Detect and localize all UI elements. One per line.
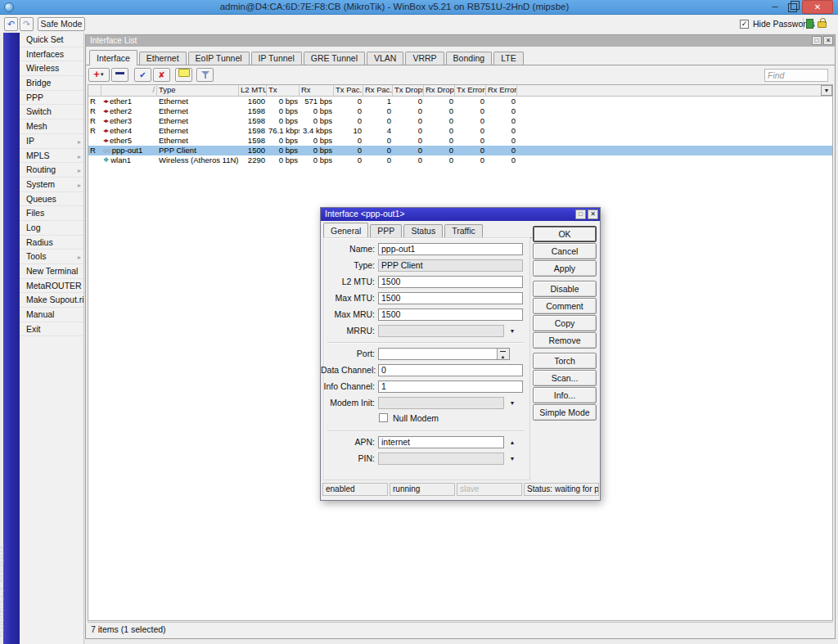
modem-init-field[interactable]: [378, 397, 504, 409]
info-button[interactable]: Info...: [533, 387, 597, 403]
column-header-tx-errors[interactable]: Tx Errors: [455, 85, 486, 96]
table-row-ether2[interactable]: R◂▸ether2Ethernet15980 bps0 bps000000: [88, 106, 832, 116]
sidebar-item-manual[interactable]: Manual: [20, 308, 83, 322]
sidebar-item-bridge[interactable]: Bridge: [20, 76, 83, 91]
sidebar-item-metarouter[interactable]: MetaROUTER: [20, 279, 83, 294]
chevron-down-icon[interactable]: ▼: [507, 325, 518, 337]
sidebar-item-mesh[interactable]: Mesh: [20, 119, 83, 134]
minimize-button[interactable]: –: [769, 1, 781, 13]
tab-interface[interactable]: Interface: [89, 50, 137, 65]
null-modem-checkbox[interactable]: [379, 413, 388, 422]
cancel-button[interactable]: Cancel: [533, 243, 597, 259]
tab-lte[interactable]: LTE: [493, 52, 523, 65]
sidebar-item-queues[interactable]: Queues: [20, 192, 83, 207]
chevron-down-icon[interactable]: ▼: [507, 397, 518, 409]
sidebar-item-mpls[interactable]: MPLS▸: [20, 149, 83, 164]
add-interface-button[interactable]: +▼: [88, 68, 110, 82]
torch-button[interactable]: Torch: [533, 353, 597, 369]
l2-mtu-field[interactable]: 1500: [378, 276, 523, 288]
sidebar-item-interfaces[interactable]: Interfaces: [20, 47, 83, 62]
find-input[interactable]: [764, 69, 828, 82]
sidebar-item-ip[interactable]: IP▸: [20, 134, 83, 149]
table-row-ether1[interactable]: R◂▸ether1Ethernet16000 bps571 bps010000: [88, 97, 832, 106]
sidebar-item-exit[interactable]: Exit: [20, 322, 83, 337]
column-dropdown-button[interactable]: ▼: [821, 85, 832, 96]
maximize-button[interactable]: [788, 3, 797, 12]
maximize-button[interactable]: □: [575, 209, 586, 219]
table-row-ether4[interactable]: R◂▸ether4Ethernet159876.1 kbps3.4 kbps10…: [88, 126, 832, 136]
sidebar-item-new-terminal[interactable]: New Terminal: [20, 264, 83, 279]
chevron-up-icon[interactable]: ▲: [507, 436, 518, 448]
sidebar-item-wireless[interactable]: Wireless: [20, 61, 83, 76]
sidebar-item-quick-set[interactable]: Quick Set: [20, 33, 83, 47]
dialog-tab-status[interactable]: Status: [403, 224, 443, 237]
tab-ip-tunnel[interactable]: IP Tunnel: [251, 52, 302, 65]
column-header-type[interactable]: Type: [157, 85, 239, 96]
column-header-blank[interactable]: [88, 85, 101, 96]
column-header-rx[interactable]: Rx: [300, 85, 334, 96]
info-channel-field[interactable]: 1: [378, 381, 523, 393]
redo-button[interactable]: ↷: [20, 17, 34, 31]
column-header-tx-drops[interactable]: Tx Drops: [393, 85, 424, 96]
data-channel-field[interactable]: 0: [378, 364, 523, 376]
port-select-button[interactable]: [497, 349, 509, 359]
hide-passwords-checkbox[interactable]: ✓: [740, 20, 749, 29]
type-field[interactable]: PPP Client: [378, 259, 523, 272]
sidebar-item-routing[interactable]: Routing▸: [20, 163, 83, 178]
enable-button[interactable]: ✔: [134, 68, 151, 82]
port-field[interactable]: [378, 348, 510, 360]
undo-button[interactable]: ↶: [4, 17, 18, 31]
dialog-tab-traffic[interactable]: Traffic: [444, 224, 483, 237]
disable-button[interactable]: Disable: [533, 281, 597, 297]
column-header-rx-pac[interactable]: Rx Pac...: [363, 85, 393, 96]
sidebar-item-tools[interactable]: Tools▸: [20, 250, 83, 264]
column-header-l2-mtu[interactable]: L2 MTU: [239, 85, 267, 96]
dialog-tab-general[interactable]: General: [323, 223, 368, 238]
max-mru-field[interactable]: 1500: [378, 308, 523, 321]
table-row-wlan1[interactable]: ❖wlan1Wireless (Atheros 11N)22900 bps0 b…: [88, 155, 832, 165]
sidebar-item-files[interactable]: Files: [20, 206, 83, 221]
name-field[interactable]: ppp-out1: [378, 243, 523, 255]
sidebar-item-ppp[interactable]: PPP: [20, 91, 83, 106]
column-header-tx[interactable]: Tx: [267, 85, 300, 96]
disable-button[interactable]: ✘: [153, 68, 170, 82]
table-row-ether5[interactable]: ◂▸ether5Ethernet15980 bps0 bps000000: [88, 136, 832, 146]
apn-field[interactable]: internet: [378, 436, 504, 448]
max-mtu-field[interactable]: 1500: [378, 292, 523, 304]
close-icon[interactable]: ✕: [823, 36, 833, 45]
comment-button[interactable]: Comment: [533, 298, 597, 314]
apply-button[interactable]: Apply: [533, 260, 597, 277]
sidebar-item-system[interactable]: System▸: [20, 178, 83, 192]
scan-button[interactable]: Scan...: [533, 370, 597, 386]
column-header-tx-pac[interactable]: Tx Pac...: [334, 85, 363, 96]
sidebar-item-radius[interactable]: Radius: [20, 236, 83, 250]
tab-eoip-tunnel[interactable]: EoIP Tunnel: [188, 52, 250, 65]
chevron-down-icon[interactable]: ▼: [507, 453, 518, 465]
simple-mode-button[interactable]: Simple Mode: [533, 404, 597, 421]
maximize-button[interactable]: □: [812, 36, 822, 45]
column-header-name[interactable]: /: [101, 85, 157, 96]
interface-list-titlebar[interactable]: Interface List □ ✕: [86, 35, 835, 47]
tab-ethernet[interactable]: Ethernet: [139, 52, 187, 65]
safe-mode-button[interactable]: Safe Mode: [38, 17, 85, 31]
tab-bonding[interactable]: Bonding: [446, 52, 493, 65]
sidebar-item-make-supout-rif[interactable]: Make Supout.rif: [20, 293, 83, 308]
tab-vlan[interactable]: VLAN: [367, 52, 403, 65]
ok-button[interactable]: OK: [533, 226, 597, 242]
mrru-field[interactable]: [378, 325, 504, 337]
comment-button[interactable]: [175, 68, 192, 82]
close-icon[interactable]: ✕: [588, 209, 598, 219]
remove-button[interactable]: Remove: [533, 332, 597, 349]
copy-button[interactable]: Copy: [533, 315, 597, 331]
remove-interface-button[interactable]: [111, 68, 128, 82]
dialog-titlebar[interactable]: Interface <ppp-out1> □ ✕: [321, 208, 600, 221]
sidebar-item-switch[interactable]: Switch: [20, 105, 83, 119]
table-row-ether3[interactable]: R◂▸ether3Ethernet15980 bps0 bps000000: [88, 116, 832, 126]
dialog-tab-ppp[interactable]: PPP: [370, 224, 402, 237]
column-header-rx-drops[interactable]: Rx Drops: [424, 85, 455, 96]
close-button[interactable]: ✕: [802, 0, 833, 14]
tab-vrrp[interactable]: VRRP: [405, 52, 444, 65]
filter-button[interactable]: [196, 68, 214, 82]
pin-field[interactable]: [378, 453, 504, 465]
table-row-ppp-out1[interactable]: R◇◇ppp-out1PPP Client15000 bps0 bps00000…: [88, 146, 832, 155]
